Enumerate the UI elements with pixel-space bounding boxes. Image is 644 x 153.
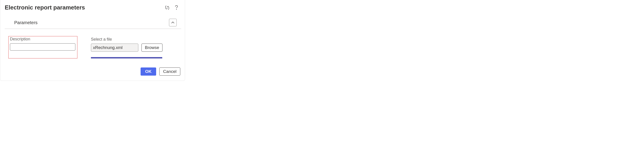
file-name-display[interactable]: xRechnung.xml bbox=[91, 44, 138, 52]
file-field-group: Select a file xRechnung.xml Browse bbox=[91, 37, 162, 58]
file-label: Select a file bbox=[91, 37, 162, 42]
fields-row: Description Select a file xRechnung.xml … bbox=[0, 29, 185, 63]
description-input[interactable] bbox=[10, 43, 75, 50]
copilot-icon[interactable] bbox=[164, 5, 170, 10]
section-title: Parameters bbox=[14, 20, 38, 25]
svg-point-0 bbox=[176, 9, 177, 10]
collapse-button[interactable] bbox=[169, 19, 177, 26]
header-icons bbox=[164, 5, 179, 10]
dialog-panel: Electronic report parameters Parameters bbox=[0, 0, 185, 81]
dialog-footer: OK Cancel bbox=[0, 63, 185, 80]
cancel-button[interactable]: Cancel bbox=[159, 68, 180, 76]
help-icon[interactable] bbox=[174, 5, 179, 10]
description-label: Description bbox=[10, 37, 75, 42]
browse-button[interactable]: Browse bbox=[142, 44, 162, 52]
dialog-title: Electronic report parameters bbox=[5, 4, 85, 11]
description-field-group: Description bbox=[8, 36, 78, 58]
dialog-header: Electronic report parameters bbox=[0, 0, 185, 16]
file-row: xRechnung.xml Browse bbox=[91, 44, 162, 52]
chevron-up-icon bbox=[171, 22, 175, 24]
parameters-section-header: Parameters bbox=[5, 16, 181, 29]
highlight-underline bbox=[91, 57, 162, 58]
ok-button[interactable]: OK bbox=[140, 68, 156, 76]
